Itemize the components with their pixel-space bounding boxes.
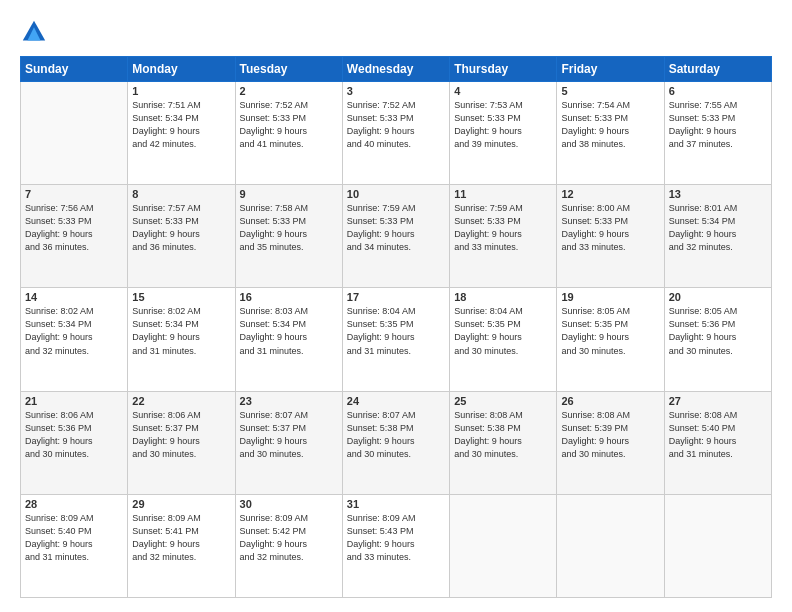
day-info: Sunrise: 8:02 AM Sunset: 5:34 PM Dayligh… (25, 305, 123, 357)
calendar-cell: 12Sunrise: 8:00 AM Sunset: 5:33 PM Dayli… (557, 185, 664, 288)
day-info: Sunrise: 8:07 AM Sunset: 5:37 PM Dayligh… (240, 409, 338, 461)
calendar-cell: 30Sunrise: 8:09 AM Sunset: 5:42 PM Dayli… (235, 494, 342, 597)
week-row-2: 7Sunrise: 7:56 AM Sunset: 5:33 PM Daylig… (21, 185, 772, 288)
calendar-cell: 22Sunrise: 8:06 AM Sunset: 5:37 PM Dayli… (128, 391, 235, 494)
day-number: 11 (454, 188, 552, 200)
calendar-cell (664, 494, 771, 597)
day-info: Sunrise: 8:09 AM Sunset: 5:42 PM Dayligh… (240, 512, 338, 564)
day-info: Sunrise: 8:07 AM Sunset: 5:38 PM Dayligh… (347, 409, 445, 461)
day-number: 14 (25, 291, 123, 303)
day-number: 28 (25, 498, 123, 510)
day-info: Sunrise: 7:52 AM Sunset: 5:33 PM Dayligh… (347, 99, 445, 151)
day-number: 24 (347, 395, 445, 407)
day-number: 13 (669, 188, 767, 200)
weekday-header-row: SundayMondayTuesdayWednesdayThursdayFrid… (21, 57, 772, 82)
week-row-3: 14Sunrise: 8:02 AM Sunset: 5:34 PM Dayli… (21, 288, 772, 391)
day-number: 9 (240, 188, 338, 200)
day-info: Sunrise: 7:58 AM Sunset: 5:33 PM Dayligh… (240, 202, 338, 254)
day-number: 21 (25, 395, 123, 407)
day-info: Sunrise: 8:06 AM Sunset: 5:37 PM Dayligh… (132, 409, 230, 461)
calendar-cell: 19Sunrise: 8:05 AM Sunset: 5:35 PM Dayli… (557, 288, 664, 391)
day-number: 16 (240, 291, 338, 303)
header (20, 18, 772, 46)
day-number: 12 (561, 188, 659, 200)
calendar-cell: 15Sunrise: 8:02 AM Sunset: 5:34 PM Dayli… (128, 288, 235, 391)
calendar-cell: 31Sunrise: 8:09 AM Sunset: 5:43 PM Dayli… (342, 494, 449, 597)
logo-icon (20, 18, 48, 46)
day-info: Sunrise: 8:04 AM Sunset: 5:35 PM Dayligh… (347, 305, 445, 357)
day-info: Sunrise: 8:01 AM Sunset: 5:34 PM Dayligh… (669, 202, 767, 254)
day-number: 25 (454, 395, 552, 407)
calendar-cell: 10Sunrise: 7:59 AM Sunset: 5:33 PM Dayli… (342, 185, 449, 288)
weekday-header-monday: Monday (128, 57, 235, 82)
calendar-cell: 21Sunrise: 8:06 AM Sunset: 5:36 PM Dayli… (21, 391, 128, 494)
calendar-cell: 7Sunrise: 7:56 AM Sunset: 5:33 PM Daylig… (21, 185, 128, 288)
day-number: 6 (669, 85, 767, 97)
day-number: 1 (132, 85, 230, 97)
day-info: Sunrise: 7:56 AM Sunset: 5:33 PM Dayligh… (25, 202, 123, 254)
calendar-cell: 4Sunrise: 7:53 AM Sunset: 5:33 PM Daylig… (450, 82, 557, 185)
day-number: 22 (132, 395, 230, 407)
day-info: Sunrise: 7:51 AM Sunset: 5:34 PM Dayligh… (132, 99, 230, 151)
calendar-table: SundayMondayTuesdayWednesdayThursdayFrid… (20, 56, 772, 598)
calendar-cell: 3Sunrise: 7:52 AM Sunset: 5:33 PM Daylig… (342, 82, 449, 185)
day-info: Sunrise: 8:05 AM Sunset: 5:35 PM Dayligh… (561, 305, 659, 357)
calendar-cell: 13Sunrise: 8:01 AM Sunset: 5:34 PM Dayli… (664, 185, 771, 288)
page: SundayMondayTuesdayWednesdayThursdayFrid… (0, 0, 792, 612)
day-info: Sunrise: 8:08 AM Sunset: 5:40 PM Dayligh… (669, 409, 767, 461)
calendar-cell: 11Sunrise: 7:59 AM Sunset: 5:33 PM Dayli… (450, 185, 557, 288)
day-number: 27 (669, 395, 767, 407)
calendar-cell: 24Sunrise: 8:07 AM Sunset: 5:38 PM Dayli… (342, 391, 449, 494)
calendar-cell: 23Sunrise: 8:07 AM Sunset: 5:37 PM Dayli… (235, 391, 342, 494)
day-info: Sunrise: 8:00 AM Sunset: 5:33 PM Dayligh… (561, 202, 659, 254)
logo (20, 18, 52, 46)
calendar-cell: 6Sunrise: 7:55 AM Sunset: 5:33 PM Daylig… (664, 82, 771, 185)
day-info: Sunrise: 8:06 AM Sunset: 5:36 PM Dayligh… (25, 409, 123, 461)
day-info: Sunrise: 8:02 AM Sunset: 5:34 PM Dayligh… (132, 305, 230, 357)
day-info: Sunrise: 7:54 AM Sunset: 5:33 PM Dayligh… (561, 99, 659, 151)
day-info: Sunrise: 7:57 AM Sunset: 5:33 PM Dayligh… (132, 202, 230, 254)
day-number: 30 (240, 498, 338, 510)
calendar-cell: 28Sunrise: 8:09 AM Sunset: 5:40 PM Dayli… (21, 494, 128, 597)
calendar-cell (21, 82, 128, 185)
calendar-cell: 29Sunrise: 8:09 AM Sunset: 5:41 PM Dayli… (128, 494, 235, 597)
calendar-cell: 1Sunrise: 7:51 AM Sunset: 5:34 PM Daylig… (128, 82, 235, 185)
calendar-cell: 5Sunrise: 7:54 AM Sunset: 5:33 PM Daylig… (557, 82, 664, 185)
day-number: 5 (561, 85, 659, 97)
day-number: 18 (454, 291, 552, 303)
day-number: 15 (132, 291, 230, 303)
day-info: Sunrise: 7:52 AM Sunset: 5:33 PM Dayligh… (240, 99, 338, 151)
weekday-header-wednesday: Wednesday (342, 57, 449, 82)
day-number: 3 (347, 85, 445, 97)
week-row-4: 21Sunrise: 8:06 AM Sunset: 5:36 PM Dayli… (21, 391, 772, 494)
calendar-cell: 16Sunrise: 8:03 AM Sunset: 5:34 PM Dayli… (235, 288, 342, 391)
day-info: Sunrise: 7:53 AM Sunset: 5:33 PM Dayligh… (454, 99, 552, 151)
day-info: Sunrise: 7:55 AM Sunset: 5:33 PM Dayligh… (669, 99, 767, 151)
day-info: Sunrise: 8:09 AM Sunset: 5:43 PM Dayligh… (347, 512, 445, 564)
day-number: 19 (561, 291, 659, 303)
weekday-header-saturday: Saturday (664, 57, 771, 82)
day-number: 10 (347, 188, 445, 200)
day-number: 17 (347, 291, 445, 303)
day-info: Sunrise: 8:08 AM Sunset: 5:38 PM Dayligh… (454, 409, 552, 461)
day-info: Sunrise: 8:09 AM Sunset: 5:41 PM Dayligh… (132, 512, 230, 564)
calendar-cell: 14Sunrise: 8:02 AM Sunset: 5:34 PM Dayli… (21, 288, 128, 391)
weekday-header-thursday: Thursday (450, 57, 557, 82)
day-info: Sunrise: 8:08 AM Sunset: 5:39 PM Dayligh… (561, 409, 659, 461)
week-row-5: 28Sunrise: 8:09 AM Sunset: 5:40 PM Dayli… (21, 494, 772, 597)
calendar-cell: 25Sunrise: 8:08 AM Sunset: 5:38 PM Dayli… (450, 391, 557, 494)
day-info: Sunrise: 8:09 AM Sunset: 5:40 PM Dayligh… (25, 512, 123, 564)
weekday-header-friday: Friday (557, 57, 664, 82)
day-info: Sunrise: 8:04 AM Sunset: 5:35 PM Dayligh… (454, 305, 552, 357)
calendar-cell: 27Sunrise: 8:08 AM Sunset: 5:40 PM Dayli… (664, 391, 771, 494)
calendar-cell: 18Sunrise: 8:04 AM Sunset: 5:35 PM Dayli… (450, 288, 557, 391)
weekday-header-sunday: Sunday (21, 57, 128, 82)
day-number: 20 (669, 291, 767, 303)
day-info: Sunrise: 7:59 AM Sunset: 5:33 PM Dayligh… (347, 202, 445, 254)
weekday-header-tuesday: Tuesday (235, 57, 342, 82)
day-number: 31 (347, 498, 445, 510)
calendar-cell: 9Sunrise: 7:58 AM Sunset: 5:33 PM Daylig… (235, 185, 342, 288)
day-number: 4 (454, 85, 552, 97)
day-info: Sunrise: 7:59 AM Sunset: 5:33 PM Dayligh… (454, 202, 552, 254)
day-number: 26 (561, 395, 659, 407)
